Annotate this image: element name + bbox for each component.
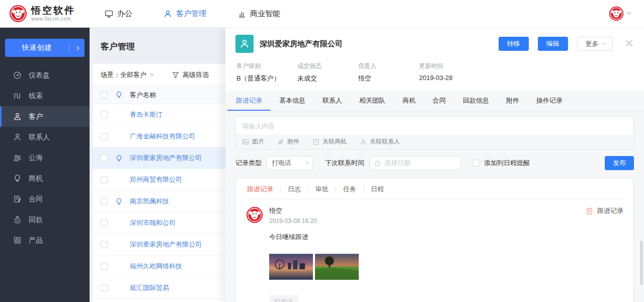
field-customer-level: 客户级别 B（普通客户） (236, 62, 297, 83)
sidebar-item-contacts[interactable]: 联系人 (0, 127, 90, 147)
date-placeholder: 选择日期 (384, 159, 411, 168)
feed-tab-logs[interactable]: 日志 (281, 185, 308, 194)
attach-file-button[interactable]: 附件 (277, 137, 299, 146)
customer-name-link[interactable]: 深圳市颐和公司 (130, 218, 176, 228)
bulb-icon (115, 155, 123, 162)
feed-tabs: 跟进记录 日志 审批 任务 日程 (246, 185, 623, 199)
nav-item-office[interactable]: 办公 (105, 9, 132, 19)
record-type-select[interactable]: 打电话 (267, 156, 313, 170)
brand-logo[interactable]: 悟空软件 www.5kcrm.com (0, 5, 90, 23)
sidebar-item-payments[interactable]: 回款 (0, 209, 90, 230)
row-checkbox[interactable] (101, 155, 108, 162)
brand-url: www.5kcrm.com (31, 16, 75, 22)
row-checkbox[interactable] (101, 219, 108, 226)
leads-icon (13, 92, 22, 100)
column-header-customer-name: 客户名称 (130, 91, 156, 100)
customer-name-link[interactable]: 青岛卡斯汀 (130, 110, 163, 119)
contacts-icon (13, 133, 22, 141)
tab-opportunities[interactable]: 商机 (394, 91, 424, 111)
tab-basic-info[interactable]: 基本信息 (271, 91, 314, 111)
feed-tab-schedule[interactable]: 日程 (364, 185, 391, 194)
table-row-selected: 深圳爱家房地产有限公司 (93, 147, 225, 169)
link-opportunity-button[interactable]: 关联商机 (312, 137, 347, 146)
sidebar-item-dashboard[interactable]: 仪表盘 (0, 65, 90, 86)
green-field-tree-photo[interactable] (315, 254, 359, 280)
close-icon[interactable]: ✕ (625, 38, 634, 49)
quick-create-button[interactable]: 快速创建 (5, 39, 85, 57)
publish-button[interactable]: 发布 (605, 156, 634, 170)
table-row: 深圳爱家房地产有限公司 (93, 234, 225, 256)
tab-contracts[interactable]: 合同 (424, 91, 454, 111)
sidebar-item-opportunities[interactable]: 商机 (0, 168, 90, 189)
sidebar-item-label: 仪表盘 (29, 71, 50, 80)
link-contact-button[interactable]: 关联联系人 (360, 137, 400, 146)
sidebar-item-leads[interactable]: 线索 (0, 86, 90, 106)
row-checkbox[interactable] (101, 284, 108, 291)
user-menu[interactable] (609, 6, 644, 21)
customer-name-link[interactable]: 南京凯佩科技 (130, 197, 169, 206)
record-doc-icon (586, 207, 593, 215)
customer-name-link[interactable]: 深圳爱家房地产有限公司 (130, 240, 202, 249)
nav-item-customer-management[interactable]: 客户管理 (164, 9, 206, 19)
brand-name: 悟空软件 (31, 6, 75, 16)
feed-tab-follow-records[interactable]: 跟进记录 (246, 185, 280, 194)
table-row: 南京凯佩科技 (93, 191, 225, 212)
customer-name-link[interactable]: 福州久屹网络科技 (130, 262, 182, 271)
advanced-filter-label: 高级筛选 (183, 70, 209, 80)
sunset-ferris-wheel-photo[interactable] (269, 254, 313, 280)
tab-related-team[interactable]: 相关团队 (351, 91, 394, 111)
contract-icon (13, 195, 22, 203)
schedule-reminder-checkbox[interactable] (473, 160, 480, 167)
scene-label: 场景：全部客户 (101, 70, 146, 80)
customer-name-link[interactable]: 郑州商贸有限公司 (130, 175, 182, 184)
customer-detail-panel: 深圳爱家房地产有限公司 转移 编辑 更多 ✕ 客户级别 B（普通客户） (225, 28, 644, 302)
tab-operation-log[interactable]: 操作记录 (528, 91, 571, 111)
select-all-checkbox[interactable] (101, 92, 108, 99)
row-checkbox[interactable] (101, 133, 108, 140)
feed-item: 悟空 2019-03-08 16:20 跟进记录 今日继续跟进 (246, 199, 623, 302)
sidebar-item-customers[interactable]: 客户 (0, 106, 90, 127)
monkey-avatar-icon (246, 206, 263, 223)
next-contact-date-input[interactable]: 选择日期 (369, 156, 461, 170)
insert-image-button[interactable]: 图片 (242, 137, 264, 146)
row-checkbox[interactable] (101, 263, 108, 270)
advanced-filter-button[interactable]: 高级筛选 (172, 70, 209, 80)
tab-contacts[interactable]: 联系人 (314, 91, 351, 111)
link-contact-icon (360, 138, 367, 145)
dashboard-icon (13, 71, 22, 80)
next-contact-label: 下次联系时间 (325, 159, 364, 168)
feed-tab-approvals[interactable]: 审批 (308, 185, 336, 194)
sidebar-item-label: 客户 (29, 112, 43, 121)
feed-tab-tasks[interactable]: 任务 (336, 185, 363, 194)
scene-selector[interactable]: 场景：全部客户 (101, 70, 153, 80)
image-icon (242, 138, 249, 145)
table-row: 深圳市颐和公司 (93, 212, 225, 234)
clock-icon (374, 160, 381, 167)
transfer-button[interactable]: 转移 (499, 37, 529, 51)
sidebar-item-public-pool[interactable]: 公海 (0, 147, 90, 168)
tab-payment-info[interactable]: 回款信息 (454, 91, 498, 111)
chevron-right-icon[interactable] (69, 46, 85, 50)
customer-name-link[interactable]: 深圳爱家房地产有限公司 (130, 154, 202, 163)
tab-follow-records[interactable]: 跟进记录 (227, 91, 271, 111)
chevron-down-icon (305, 160, 309, 164)
sidebar-item-products[interactable]: 产品 (0, 230, 90, 251)
sidebar-item-label: 商机 (29, 174, 43, 183)
row-checkbox[interactable] (101, 241, 108, 248)
record-content: 今日继续跟进 (269, 233, 623, 242)
customer-name-link[interactable]: 广海金融科技有限公司 (130, 132, 195, 141)
user-icon (239, 39, 250, 49)
tool-label: 关联联系人 (370, 137, 400, 146)
sidebar-item-contracts[interactable]: 合同 (0, 189, 90, 209)
nav-item-business-intelligence[interactable]: 商业智能 (237, 9, 280, 19)
row-checkbox[interactable] (101, 176, 108, 183)
row-checkbox[interactable] (101, 198, 108, 205)
row-checkbox[interactable] (101, 111, 108, 118)
edit-button[interactable]: 编辑 (538, 37, 568, 51)
tab-attachments[interactable]: 附件 (498, 91, 528, 111)
customer-name-link[interactable]: 挺汇国际贸易 (130, 283, 169, 292)
table-header: 客户名称 (93, 86, 225, 104)
vertical-scrollbar[interactable] (640, 241, 643, 285)
composer-input[interactable] (236, 117, 633, 134)
more-button[interactable]: 更多 (577, 37, 613, 51)
